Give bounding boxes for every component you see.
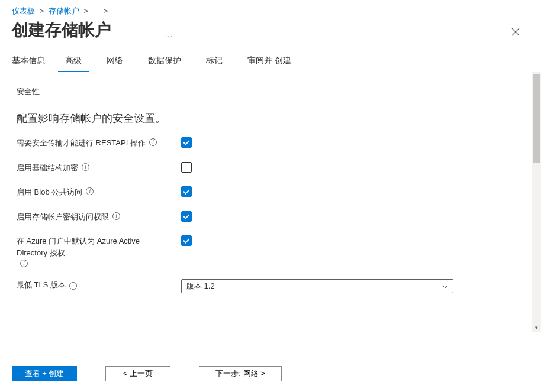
scrollbar-thumb[interactable] bbox=[533, 74, 540, 163]
scrollbar[interactable]: ▾ bbox=[532, 72, 541, 332]
checkbox-aad-default[interactable] bbox=[181, 235, 192, 246]
label-blob-public-text: 启用 Blob 公共访问 bbox=[17, 186, 82, 198]
tab-review-create[interactable]: 审阅并 创建 bbox=[240, 52, 298, 72]
tab-basic[interactable]: 基本信息 bbox=[12, 52, 52, 72]
checkbox-infra-encryption[interactable] bbox=[181, 162, 192, 173]
info-icon[interactable]: i bbox=[86, 187, 94, 195]
more-menu[interactable]: … bbox=[165, 30, 173, 39]
label-aad-default: 在 Azure 门户中默认为 Azure Active Directory 授权… bbox=[17, 235, 165, 266]
tab-advanced[interactable]: 高级 bbox=[58, 52, 89, 72]
chevron-down-icon bbox=[442, 283, 448, 290]
label-min-tls-text: 最低 TLS 版本 bbox=[17, 279, 66, 291]
footer: 查看 + 创建 < 上一页 下一步: 网络 > bbox=[0, 358, 541, 392]
review-create-button[interactable]: 查看 + 创建 bbox=[12, 366, 77, 381]
select-min-tls[interactable]: 版本 1.2 bbox=[181, 279, 453, 293]
breadcrumb-sep-3: > bbox=[104, 7, 108, 15]
tabs: 基本信息 高级 网络 数据保护 标记 审阅并 创建 bbox=[0, 46, 541, 72]
tab-data-protection[interactable]: 数据保护 bbox=[141, 52, 188, 72]
label-infra-encryption-text: 启用基础结构加密 bbox=[17, 162, 78, 174]
close-button[interactable] bbox=[508, 23, 523, 43]
form-content: 安全性 配置影响存储帐户的安全设置。 需要安全传输才能进行 RESTAPI 操作… bbox=[0, 72, 541, 332]
breadcrumb-dashboard[interactable]: 仪表板 bbox=[12, 7, 35, 15]
tab-tags[interactable]: 标记 bbox=[199, 52, 230, 72]
tab-network[interactable]: 网络 bbox=[99, 52, 130, 72]
info-icon[interactable]: i bbox=[82, 163, 89, 171]
close-icon bbox=[511, 28, 520, 36]
next-network-button[interactable]: 下一步: 网络 > bbox=[199, 366, 282, 381]
checkbox-blob-public[interactable] bbox=[181, 186, 192, 197]
info-icon[interactable]: i bbox=[112, 212, 120, 220]
previous-button[interactable]: < 上一页 bbox=[105, 366, 170, 381]
checkbox-secure-transfer[interactable] bbox=[181, 137, 192, 148]
scrollbar-arrow-down-icon[interactable]: ▾ bbox=[532, 323, 541, 332]
breadcrumb-storage-accounts[interactable]: 存储帐户 bbox=[49, 7, 79, 15]
label-min-tls: 最低 TLS 版本 i bbox=[17, 279, 165, 291]
checkbox-key-access[interactable] bbox=[181, 211, 192, 222]
label-key-access: 启用存储帐户密钥访问权限 i bbox=[17, 211, 165, 223]
label-key-access-text: 启用存储帐户密钥访问权限 bbox=[17, 211, 109, 223]
label-blob-public: 启用 Blob 公共访问 i bbox=[17, 186, 165, 198]
section-security-desc: 配置影响存储帐户的安全设置。 bbox=[17, 111, 529, 125]
breadcrumb-sep-1: > bbox=[40, 7, 44, 15]
label-secure-transfer: 需要安全传输才能进行 RESTAPI 操作 i bbox=[17, 137, 165, 149]
select-min-tls-value: 版本 1.2 bbox=[186, 281, 215, 291]
info-icon[interactable]: i bbox=[149, 138, 157, 146]
breadcrumb: 仪表板 > 存储帐户 > > bbox=[12, 6, 529, 17]
info-icon[interactable]: i bbox=[20, 260, 28, 267]
label-infra-encryption: 启用基础结构加密 i bbox=[17, 162, 165, 174]
info-icon[interactable]: i bbox=[69, 282, 77, 290]
label-aad-default-text: 在 Azure 门户中默认为 Azure Active Directory 授权 bbox=[17, 235, 165, 258]
label-secure-transfer-text: 需要安全传输才能进行 RESTAPI 操作 bbox=[17, 137, 146, 149]
page-title: 创建存储帐户 bbox=[12, 19, 111, 41]
section-security-label: 安全性 bbox=[17, 86, 529, 97]
breadcrumb-sep-2: > bbox=[83, 7, 88, 15]
